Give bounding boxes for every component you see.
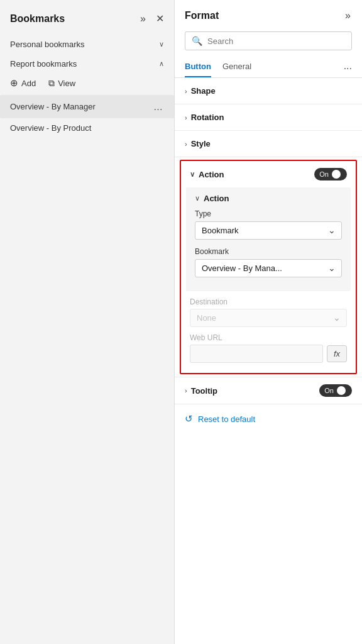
toggle-circle-icon — [332, 170, 341, 179]
personal-bookmarks-section[interactable]: Personal bookmarks ∨ — [0, 35, 174, 54]
shape-section-row[interactable]: › Shape — [175, 78, 362, 104]
bookmark-options-button-0[interactable]: … — [152, 100, 164, 113]
action-inner-panel: ∨ Action Type Bookmark Back Drill throug… — [186, 187, 351, 291]
bookmark-item-label-0: Overview - By Manager — [10, 102, 96, 111]
action-section-chevron-icon: ∨ — [190, 170, 195, 179]
destination-field-group: Destination None — [190, 297, 347, 327]
weburl-row: fx — [190, 345, 347, 363]
bookmark-actions-row: ⊕ Add ⧉ View — [0, 74, 174, 95]
action-toggle-label: On — [319, 170, 329, 178]
bookmark-item-1[interactable]: Overview - By Product — [0, 118, 174, 138]
panel-title: Bookmarks — [10, 13, 65, 25]
weburl-input — [190, 345, 323, 363]
view-bookmark-button[interactable]: ⧉ View — [48, 77, 75, 89]
weburl-field-group: Web URL fx — [190, 333, 347, 363]
type-select[interactable]: Bookmark Back Drill through Page navigat… — [195, 221, 342, 240]
reset-icon: ↺ — [185, 413, 193, 425]
action-section-title-label: Action — [199, 170, 224, 179]
right-panel-title: Format — [185, 10, 219, 21]
reset-label: Reset to default — [198, 414, 255, 424]
tooltip-toggle-label: On — [324, 387, 334, 394]
destination-section: Destination None Web URL fx — [181, 297, 356, 373]
weburl-field-label: Web URL — [190, 333, 347, 342]
personal-chevron-icon: ∨ — [159, 40, 164, 48]
type-select-wrapper: Bookmark Back Drill through Page navigat… — [195, 221, 342, 240]
shape-section-label: Shape — [191, 86, 216, 96]
search-icon: 🔍 — [192, 36, 202, 46]
view-label: View — [58, 79, 75, 88]
view-icon: ⧉ — [48, 78, 55, 89]
tooltip-section[interactable]: › Tooltip On — [175, 377, 362, 404]
bookmark-field-label: Bookmark — [195, 247, 342, 256]
report-bookmarks-section[interactable]: Report bookmarks ∧ — [0, 54, 174, 74]
tooltip-toggle-button[interactable]: On — [319, 384, 352, 397]
shape-chevron-icon: › — [185, 87, 187, 95]
panel-header: Bookmarks » ✕ — [0, 0, 174, 35]
destination-select: None — [190, 309, 347, 327]
style-chevron-icon: › — [185, 140, 187, 148]
tab-button[interactable]: Button — [185, 58, 211, 77]
bookmark-item-0[interactable]: Overview - By Manager … — [0, 95, 174, 118]
action-section-header: ∨ Action On — [181, 161, 356, 187]
add-icon: ⊕ — [10, 77, 18, 89]
bookmark-select[interactable]: Overview - By Mana... Overview - By Prod… — [195, 259, 342, 277]
report-bookmarks-label: Report bookmarks — [10, 59, 77, 69]
action-toggle-button[interactable]: On — [314, 168, 347, 180]
rotation-section-label: Rotation — [191, 113, 224, 122]
bookmark-item-label-1: Overview - By Product — [10, 123, 91, 133]
rotation-section-row[interactable]: › Rotation — [175, 104, 362, 131]
personal-bookmarks-label: Personal bookmarks — [10, 40, 85, 49]
right-header: Format » — [175, 0, 362, 26]
report-chevron-icon: ∧ — [159, 60, 164, 68]
action-section-title-group[interactable]: ∨ Action — [190, 170, 224, 179]
action-inner-chevron-icon: ∨ — [195, 194, 200, 203]
tooltip-title-group: › Tooltip — [185, 386, 217, 396]
tooltip-toggle-circle-icon — [337, 386, 346, 395]
right-panel: Format » 🔍 Button General ... › Shape › … — [175, 0, 362, 644]
destination-field-label: Destination — [190, 297, 347, 306]
tab-general[interactable]: General — [222, 58, 251, 77]
rotation-chevron-icon: › — [185, 114, 187, 121]
right-panel-expand-button[interactable]: » — [344, 9, 352, 23]
tabs-more-button[interactable]: ... — [344, 60, 352, 75]
style-section-row[interactable]: › Style — [175, 131, 362, 157]
panel-header-icons: » ✕ — [139, 11, 165, 26]
action-section: ∨ Action On ∨ Action Type Bookmark Back — [180, 160, 357, 374]
left-panel: Bookmarks » ✕ Personal bookmarks ∨ Repor… — [0, 0, 175, 644]
fx-button[interactable]: fx — [327, 345, 347, 362]
type-field-label: Type — [195, 209, 342, 218]
tooltip-chevron-icon: › — [185, 387, 187, 394]
add-bookmark-button[interactable]: ⊕ Add — [10, 77, 36, 89]
expand-panel-button[interactable]: » — [139, 12, 147, 26]
tooltip-section-label: Tooltip — [191, 386, 217, 396]
bookmark-select-wrapper: Overview - By Mana... Overview - By Prod… — [195, 259, 342, 277]
style-section-label: Style — [191, 139, 211, 148]
bookmark-field-group: Bookmark Overview - By Mana... Overview … — [195, 247, 342, 277]
close-panel-button[interactable]: ✕ — [155, 11, 165, 26]
reset-to-default-button[interactable]: ↺ Reset to default — [175, 404, 362, 433]
search-box[interactable]: 🔍 — [185, 31, 352, 50]
add-label: Add — [21, 79, 36, 88]
tabs-row: Button General ... — [175, 55, 362, 78]
search-input[interactable] — [207, 36, 345, 46]
action-inner-title-label: Action — [204, 194, 229, 203]
type-field-group: Type Bookmark Back Drill through Page na… — [195, 209, 342, 240]
action-inner-header: ∨ Action — [195, 194, 342, 203]
destination-select-wrapper: None — [190, 309, 347, 327]
